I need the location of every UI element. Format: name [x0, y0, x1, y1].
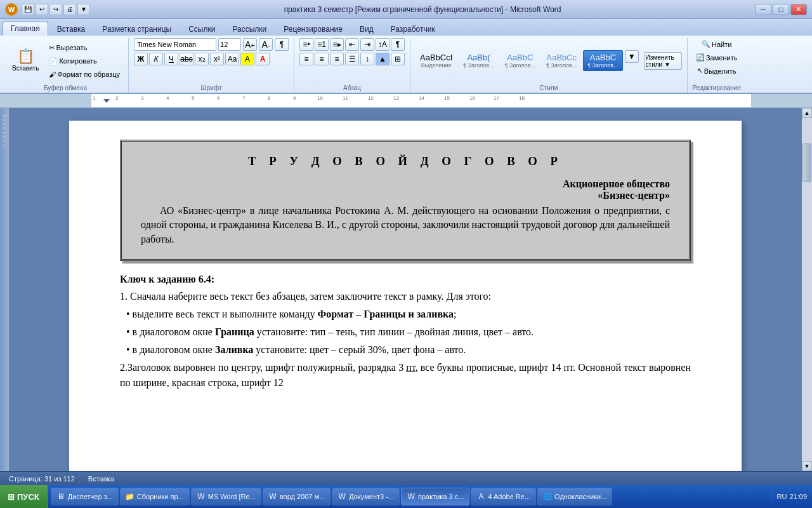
- svg-text:W: W: [8, 6, 15, 13]
- input-mode[interactable]: Вставка: [84, 472, 118, 485]
- ruler-indent-marker[interactable]: [103, 94, 110, 107]
- shading-button[interactable]: ▲: [376, 53, 390, 65]
- style-selection[interactable]: AaBbCcI Выделение: [416, 50, 457, 71]
- paste-button[interactable]: 📋 Вставить: [8, 46, 43, 75]
- replace-button[interactable]: 🔄 Заменить: [693, 51, 740, 64]
- instruction-line-4: • в диалоговом окне Заливка установите: …: [126, 342, 691, 358]
- line-spacing-button[interactable]: ↕: [360, 53, 374, 65]
- decrease-indent-button[interactable]: ⇤: [345, 38, 359, 51]
- window-title: практика 3 семестр [Режим ограниченной ф…: [284, 5, 561, 14]
- show-marks-button[interactable]: ¶: [391, 38, 405, 51]
- style-heading3[interactable]: AaBbCc ¶ Заголов...: [542, 50, 581, 71]
- start-button[interactable]: ⊞ ПУСК: [0, 485, 48, 508]
- scrollbar-thumb[interactable]: [802, 144, 811, 182]
- style-heading4[interactable]: AaBbC ¶ Заголов...: [583, 50, 622, 71]
- styles-label: Стили: [416, 83, 682, 93]
- minimize-button[interactable]: ─: [755, 4, 771, 15]
- increase-font-button[interactable]: A+: [243, 38, 257, 51]
- select-button[interactable]: ↖ Выделить: [694, 65, 740, 77]
- close-button[interactable]: ✕: [790, 4, 807, 15]
- tab-references[interactable]: Ссылки: [180, 22, 223, 36]
- document-page: Т Р У Д О В О Й Д О Г О В О Р Акционерно…: [69, 121, 742, 471]
- editing-group: 🔍 Найти 🔄 Заменить ↖ Выделить Редактиров…: [688, 38, 746, 93]
- key-section: Ключ к заданию 6.4: 1. Сначала наберите …: [120, 274, 691, 391]
- style-heading1[interactable]: AaBb( ¶ Заголов...: [459, 50, 498, 71]
- strikethrough-button[interactable]: abc: [180, 53, 193, 65]
- copy-icon: 📄: [49, 57, 58, 65]
- bold-button[interactable]: Ж: [134, 53, 148, 65]
- multilevel-button[interactable]: ≡▸: [330, 38, 344, 51]
- vertical-scrollbar[interactable]: ▲ ▼: [802, 108, 812, 471]
- tab-home[interactable]: Главная: [3, 22, 48, 36]
- copy-button[interactable]: 📄 Копировать: [46, 55, 123, 67]
- scroll-down-button[interactable]: ▼: [802, 461, 812, 471]
- justify-button[interactable]: ☰: [345, 53, 359, 65]
- ruler-right-margin: [751, 94, 802, 107]
- align-center-button[interactable]: ≡: [315, 53, 329, 65]
- taskbar-icon-3: W: [268, 492, 277, 501]
- office-logo-icon[interactable]: W: [5, 3, 18, 16]
- borders-button[interactable]: ⊞: [391, 53, 405, 65]
- undo-button[interactable]: ↩: [36, 4, 48, 15]
- styles-controls: AaBbCcI Выделение AaBb( ¶ Заголов... AaB…: [416, 38, 682, 83]
- instruction-line-3: • в диалоговом окне Граница установите: …: [126, 324, 691, 340]
- underline-button[interactable]: Ч: [164, 53, 178, 65]
- superscript-button[interactable]: x²: [210, 53, 224, 65]
- bullets-button[interactable]: ≡•: [299, 38, 313, 51]
- taskbar-icon-2: W: [197, 492, 206, 501]
- sort-button[interactable]: ↕A: [376, 38, 390, 51]
- paste-icon: 📋: [17, 50, 34, 64]
- taskbar-item-1[interactable]: 📁 Сборники пр...: [120, 488, 190, 505]
- taskbar-item-0[interactable]: 🖥 Диспетчер з...: [51, 488, 119, 505]
- numbering-button[interactable]: ≡1: [315, 38, 329, 51]
- title-bar-left: W 💾 ↩ ↪ 🖨 ▼: [5, 3, 90, 16]
- format-painter-button[interactable]: 🖌 Формат по образцу: [46, 69, 123, 80]
- tab-developer[interactable]: Разработчик: [383, 22, 443, 36]
- taskbar-item-5[interactable]: W практика 3 с...: [401, 488, 469, 505]
- tab-insert[interactable]: Вставка: [49, 22, 94, 36]
- system-tray: RU 21:09: [771, 493, 807, 500]
- instructions-text: 1. Сначала наберите весь текст без абзац…: [120, 289, 691, 391]
- styles-more-button[interactable]: ▼: [625, 50, 639, 63]
- text-effects-button[interactable]: Аа: [225, 53, 239, 65]
- increase-indent-button[interactable]: ⇥: [360, 38, 374, 51]
- scrollbar-track[interactable]: [802, 118, 812, 461]
- font-name-input[interactable]: [134, 38, 216, 51]
- taskbar-item-2[interactable]: W MS Word [Re...: [191, 488, 261, 505]
- ribbon: Главная Вставка Разметка страницы Ссылки…: [0, 19, 812, 94]
- taskbar-right: RU 21:09: [766, 493, 812, 500]
- page-number: Страница: 31 из 112: [9, 475, 75, 483]
- tab-page-layout[interactable]: Разметка страницы: [94, 22, 180, 36]
- document-scroll-area[interactable]: Т Р У Д О В О Й Д О Г О В О Р Акционерно…: [9, 108, 802, 471]
- maximize-button[interactable]: □: [773, 4, 789, 15]
- tab-review[interactable]: Рецензирование: [275, 22, 351, 36]
- redo-button[interactable]: ↪: [49, 4, 62, 15]
- tab-mailings[interactable]: Рассылки: [224, 22, 275, 36]
- clear-format-button[interactable]: ¶: [275, 38, 289, 51]
- save-button[interactable]: 💾: [22, 4, 34, 15]
- italic-button[interactable]: К: [149, 53, 163, 65]
- taskbar-item-3[interactable]: W ворд 2007 м...: [263, 488, 331, 505]
- cut-button[interactable]: ✂ Вырезать: [46, 42, 123, 54]
- taskbar-item-6[interactable]: A 4 Adobe Re...: [471, 488, 536, 505]
- tab-view[interactable]: Вид: [351, 22, 382, 36]
- font-size-input[interactable]: [218, 38, 241, 51]
- highlight-button[interactable]: A: [240, 53, 254, 65]
- taskbar-item-4[interactable]: W Документ3 -...: [332, 488, 400, 505]
- find-button[interactable]: 🔍 Найти: [698, 38, 735, 50]
- dropdown-button[interactable]: ▼: [77, 4, 90, 15]
- align-left-button[interactable]: ≡: [299, 53, 313, 65]
- subscript-button[interactable]: x₂: [195, 53, 209, 65]
- document-title: Т Р У Д О В О Й Д О Г О В О Р: [141, 154, 670, 168]
- decrease-font-button[interactable]: A-: [259, 38, 273, 51]
- window-controls: ─ □ ✕: [755, 4, 807, 15]
- align-right-button[interactable]: ≡: [330, 53, 344, 65]
- style-heading2[interactable]: AaBbC ¶ Заголов...: [501, 50, 540, 71]
- font-color-button[interactable]: A: [256, 53, 270, 65]
- taskbar-item-7[interactable]: 🌐 Однокласники...: [537, 488, 612, 505]
- print-button[interactable]: 🖨: [63, 4, 76, 15]
- taskbar-items: 🖥 Диспетчер з... 📁 Сборники пр... W MS W…: [48, 488, 766, 505]
- scroll-up-button[interactable]: ▲: [802, 108, 812, 118]
- language-indicator[interactable]: RU: [777, 493, 787, 500]
- change-styles-button[interactable]: Изменить стили ▼: [644, 52, 682, 70]
